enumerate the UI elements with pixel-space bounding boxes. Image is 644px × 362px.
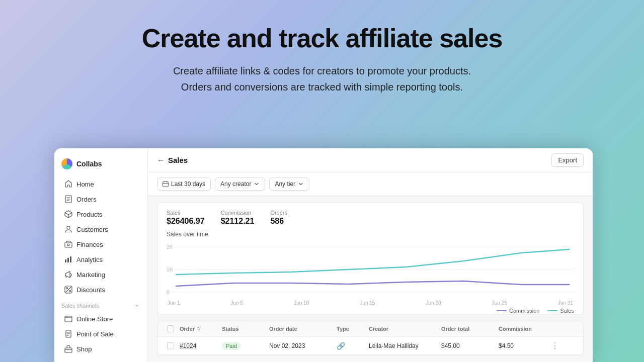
order-status: Paid <box>222 342 267 350</box>
x-label-1: Jun 5 <box>231 300 243 306</box>
sales-channels-label: Sales channels <box>54 297 147 311</box>
legend-sales: Sales <box>547 308 574 314</box>
order-number[interactable]: #1024 <box>180 342 220 349</box>
sidebar-item-home-label: Home <box>76 180 94 188</box>
order-type: 🔗 <box>337 342 367 350</box>
sidebar-item-orders[interactable]: Orders <box>57 192 144 207</box>
chart-title: Sales over time <box>167 231 574 238</box>
tier-chevron-icon <box>298 181 304 187</box>
row-checkbox[interactable] <box>167 342 174 349</box>
shop-icon <box>64 345 72 353</box>
select-all-checkbox[interactable] <box>167 325 174 332</box>
sidebar-item-discounts-label: Discounts <box>76 286 105 294</box>
breadcrumb-nav: ← Sales Export <box>157 153 584 167</box>
stats-chart-card: Sales $26406.97 Commission $2112.21 Orde… <box>157 202 584 315</box>
marketing-icon <box>64 270 72 279</box>
sidebar-item-pos-label: Point of Sale <box>76 330 114 338</box>
collabs-logo-icon <box>61 158 72 169</box>
order-date-column-header: Order date <box>269 326 335 332</box>
sidebar-item-analytics[interactable]: Analytics <box>57 252 144 267</box>
table-header: Order Status Order date Type Creator Ord… <box>157 321 583 337</box>
order-creator: Leila-Mae Halliday <box>369 342 439 349</box>
date-range-filter[interactable]: Last 30 days <box>157 177 211 191</box>
svg-rect-14 <box>65 348 72 352</box>
products-icon <box>64 210 72 218</box>
main-content: ← Sales Export Last 30 days Any creator … <box>148 148 593 362</box>
header-checkbox-cell <box>164 325 178 332</box>
sales-label: Sales <box>167 210 205 216</box>
sidebar-logo-label: Collabs <box>76 160 102 168</box>
commission-line <box>176 281 569 286</box>
sidebar-item-analytics-label: Analytics <box>76 256 103 263</box>
svg-rect-4 <box>65 259 66 262</box>
sort-icon <box>196 326 201 331</box>
x-label-0: Jun 1 <box>168 300 180 306</box>
svg-text:0: 0 <box>167 289 170 295</box>
commission-value: $2112.21 <box>221 217 255 226</box>
sidebar-item-shop[interactable]: Shop <box>57 341 144 356</box>
row-more-actions[interactable]: ⋮ <box>551 341 565 350</box>
x-label-4: Jun 20 <box>426 300 441 306</box>
sidebar: Collabs Home Orders Products Customers F… <box>54 148 148 362</box>
chart-container: 2K 1K 0 Jun 1 Jun 5 Jun 10 Jun 15 Jun 20… <box>167 242 574 307</box>
back-nav: ← Sales <box>157 156 188 165</box>
svg-point-3 <box>67 244 69 246</box>
sidebar-item-products[interactable]: Products <box>57 207 144 222</box>
svg-text:1K: 1K <box>167 266 174 273</box>
sales-value: $26406.97 <box>167 217 205 226</box>
sidebar-item-products-label: Products <box>76 211 102 218</box>
commission-label: Commission <box>221 210 255 216</box>
stat-commission: Commission $2112.21 <box>221 210 255 226</box>
date-range-label: Last 30 days <box>171 180 205 188</box>
x-label-6: Jun 31 <box>558 300 573 306</box>
order-total: $45.00 <box>441 342 497 349</box>
svg-point-12 <box>67 317 67 317</box>
x-label-5: Jun 25 <box>492 300 507 306</box>
status-badge: Paid <box>222 342 241 350</box>
svg-point-11 <box>66 317 66 317</box>
filter-bar: Last 30 days Any creator Any tier <box>148 172 593 196</box>
customers-icon <box>64 225 72 233</box>
order-commission: $4.50 <box>499 342 549 349</box>
sidebar-logo[interactable]: Collabs <box>54 154 147 176</box>
sidebar-item-pos[interactable]: Point of Sale <box>57 326 144 341</box>
sidebar-item-marketing[interactable]: Marketing <box>57 267 144 282</box>
svg-point-8 <box>69 291 71 292</box>
chart-legend: Commission Sales <box>167 308 574 314</box>
creator-filter[interactable]: Any creator <box>215 177 265 191</box>
sidebar-item-shop-label: Shop <box>76 345 92 353</box>
sales-line <box>176 249 569 275</box>
svg-rect-6 <box>70 256 71 262</box>
tier-label: Any tier <box>275 180 295 188</box>
svg-point-1 <box>67 226 70 229</box>
orders-table: Order Status Order date Type Creator Ord… <box>157 321 584 355</box>
stats-row: Sales $26406.97 Commission $2112.21 Orde… <box>167 210 574 226</box>
sidebar-item-online-store-label: Online Store <box>76 315 113 323</box>
order-date: Nov 02, 2023 <box>269 342 335 349</box>
sales-legend-label: Sales <box>560 308 574 314</box>
sidebar-item-finances[interactable]: Finances <box>57 237 144 252</box>
app-window: Collabs Home Orders Products Customers F… <box>54 148 593 362</box>
tier-filter[interactable]: Any tier <box>269 177 309 191</box>
svg-point-7 <box>66 288 68 289</box>
sidebar-item-customers[interactable]: Customers <box>57 222 144 237</box>
chart-svg: 2K 1K 0 <box>167 242 574 297</box>
back-arrow-icon[interactable]: ← <box>157 156 165 165</box>
sidebar-item-online-store[interactable]: Online Store <box>57 311 144 326</box>
content-header: ← Sales Export <box>148 148 593 172</box>
finances-icon <box>64 240 72 248</box>
stat-sales: Sales $26406.97 <box>167 210 205 226</box>
chevron-down-icon <box>254 181 260 187</box>
type-column-header: Type <box>337 326 367 332</box>
sidebar-item-discounts[interactable]: Discounts <box>57 282 144 297</box>
x-label-2: Jun 10 <box>294 300 309 306</box>
page-title: Sales <box>168 156 188 164</box>
commission-legend-label: Commission <box>509 308 540 314</box>
sidebar-item-home[interactable]: Home <box>57 176 144 192</box>
row-checkbox-cell <box>164 342 178 349</box>
svg-text:2K: 2K <box>167 244 174 250</box>
svg-rect-2 <box>65 242 72 247</box>
order-column-header[interactable]: Order <box>180 326 220 332</box>
export-button[interactable]: Export <box>551 153 584 167</box>
link-type-icon: 🔗 <box>337 342 345 350</box>
